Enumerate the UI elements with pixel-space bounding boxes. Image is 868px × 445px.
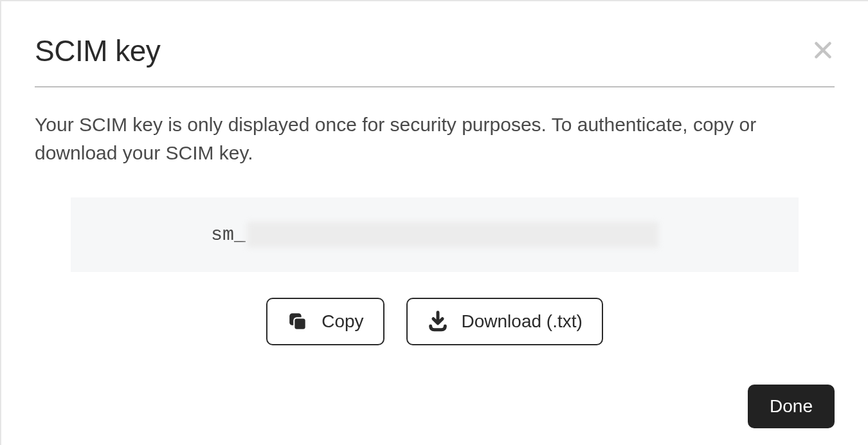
action-buttons: Copy Download (.txt) — [35, 298, 835, 345]
done-button[interactable]: Done — [748, 385, 835, 428]
modal-footer: Done — [748, 385, 835, 428]
scim-key-modal: SCIM key Your SCIM key is only displayed… — [0, 0, 868, 445]
scim-key-redacted — [247, 222, 658, 248]
close-button[interactable] — [811, 39, 835, 62]
copy-button-label: Copy — [321, 311, 363, 332]
scim-key-display: sm_ — [71, 197, 799, 272]
download-button[interactable]: Download (.txt) — [406, 298, 603, 345]
close-icon — [811, 39, 835, 62]
divider — [35, 86, 835, 87]
copy-icon — [287, 311, 309, 332]
modal-title: SCIM key — [35, 33, 160, 68]
download-icon — [427, 311, 449, 332]
svg-rect-3 — [294, 318, 305, 329]
modal-header: SCIM key — [35, 33, 835, 68]
modal-description: Your SCIM key is only displayed once for… — [35, 111, 835, 167]
scim-key-prefix: sm_ — [211, 224, 246, 246]
copy-button[interactable]: Copy — [266, 298, 384, 345]
download-button-label: Download (.txt) — [462, 311, 583, 332]
